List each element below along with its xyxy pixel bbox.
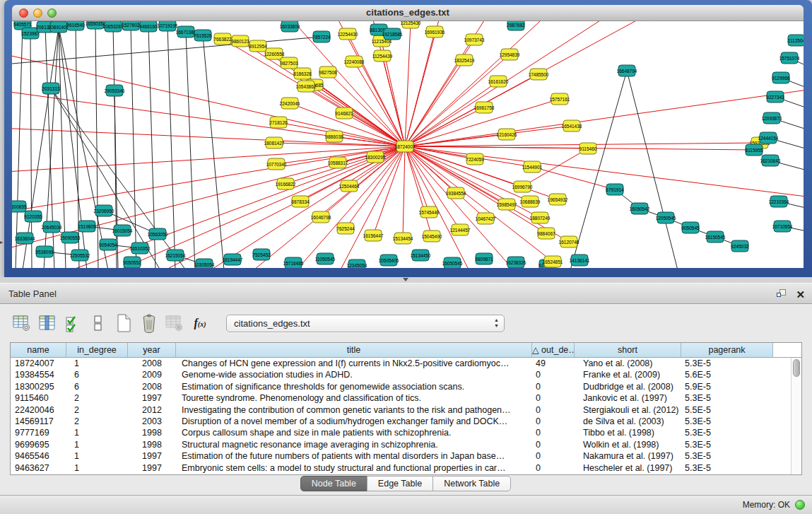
close-panel-icon[interactable]: ✕ bbox=[796, 289, 805, 300]
table-row[interactable]: 911546021997Tourette syndrome. Phenomeno… bbox=[11, 392, 801, 404]
graph-node[interactable]: 10710554 bbox=[772, 221, 793, 232]
graph-node[interactable]: 9245032 bbox=[731, 240, 749, 252]
graph-node[interactable]: 19218586 bbox=[382, 28, 403, 40]
column-header-in_degree[interactable]: in_degree bbox=[66, 343, 128, 358]
graph-node[interactable]: 8878334 bbox=[291, 196, 310, 207]
graph-node[interactable]: 12125430 bbox=[401, 21, 421, 28]
graph-node[interactable]: 10467427 bbox=[476, 213, 496, 224]
graph-node[interactable]: 9538099 bbox=[35, 246, 54, 257]
graph-node[interactable]: 16524851 bbox=[543, 256, 563, 267]
cell-name[interactable]: 18300295 bbox=[11, 381, 66, 392]
graph-node[interactable]: 18300295 bbox=[365, 151, 386, 163]
column-header-pagerank[interactable]: pagerank bbox=[681, 343, 773, 358]
graph-node[interactable]: 9054054 bbox=[99, 239, 117, 250]
table-row[interactable]: 1456911722003Disruption of a novel membe… bbox=[11, 416, 801, 427]
table-row[interactable]: 1938455462009Genome-wide association stu… bbox=[11, 369, 801, 380]
table-row[interactable]: 1830029562008Estimation of significance … bbox=[11, 381, 801, 392]
graph-node[interactable]: 9827503 bbox=[280, 57, 298, 69]
cell-out_degree[interactable]: 49 bbox=[532, 358, 575, 369]
graph-node[interactable]: 10653287 bbox=[103, 21, 124, 32]
new-table-icon[interactable] bbox=[113, 313, 134, 334]
graph-node[interactable]: 8912954 bbox=[249, 40, 267, 52]
graph-node[interactable]: 15757161 bbox=[550, 93, 570, 105]
graph-node[interactable]: 16050542 bbox=[630, 203, 650, 214]
graph-node[interactable]: 12444154 bbox=[758, 132, 779, 144]
cell-year[interactable]: 1997 bbox=[128, 462, 176, 474]
graph-node[interactable]: 12144457 bbox=[450, 224, 471, 235]
graph-node[interactable]: 10770340 bbox=[266, 158, 287, 170]
graph-node[interactable]: 18081427 bbox=[264, 137, 285, 148]
cell-name[interactable]: 14569117 bbox=[11, 416, 66, 427]
cell-title[interactable]: Corpus callosum shape and size in male p… bbox=[176, 427, 532, 438]
graph-node[interactable]: 7615526 bbox=[194, 30, 212, 41]
window-titlebar[interactable]: citations_edges.txt bbox=[12, 5, 804, 21]
graph-node[interactable]: 16015054 bbox=[112, 225, 133, 236]
cell-out_degree[interactable]: 0 bbox=[532, 404, 575, 416]
graph-node[interactable]: 9129966 bbox=[772, 72, 790, 83]
graph-node[interactable]: 9120355 bbox=[24, 211, 42, 222]
graph-node[interactable]: 12160426 bbox=[497, 129, 517, 140]
row-height-icon[interactable] bbox=[88, 313, 109, 334]
cell-year[interactable]: 1998 bbox=[128, 427, 176, 438]
graph-node[interactable]: 16150545 bbox=[705, 231, 726, 243]
graph-node[interactable]: 12210364 bbox=[769, 196, 789, 207]
cell-short[interactable]: Dudbridge et al. (2008) bbox=[575, 381, 681, 392]
cell-title[interactable]: Structural magnetic resonance image aver… bbox=[176, 439, 532, 450]
graph-node[interactable]: 16238326 bbox=[506, 257, 526, 268]
graph-node[interactable]: 1527602 bbox=[122, 21, 140, 30]
column-header-out_degree[interactable]: △ out_de… bbox=[532, 343, 575, 358]
graph-node[interactable]: 19654932 bbox=[548, 194, 568, 205]
graph-node[interactable]: 10305054 bbox=[194, 259, 215, 268]
column-header-title[interactable]: title bbox=[176, 343, 532, 358]
scrollbar-thumb[interactable] bbox=[793, 359, 800, 377]
graph-node[interactable]: 7224059 bbox=[466, 153, 484, 165]
graph-node[interactable]: 16510353 bbox=[130, 243, 151, 254]
cell-year[interactable]: 2008 bbox=[128, 358, 176, 369]
table-selector-dropdown[interactable]: citations_edges.txt ▲▼ bbox=[226, 315, 505, 332]
graph-node[interactable]: 9616540 bbox=[66, 21, 85, 30]
cell-name[interactable]: 9115460 bbox=[11, 392, 66, 404]
cell-out_degree[interactable]: 0 bbox=[532, 462, 575, 474]
minimize-window-button[interactable] bbox=[33, 8, 42, 18]
cell-out_degree[interactable]: 0 bbox=[532, 381, 575, 392]
graph-node[interactable]: 18325419 bbox=[454, 54, 475, 66]
graph-node[interactable]: 7625244 bbox=[336, 223, 355, 234]
cell-name[interactable]: 22420046 bbox=[11, 404, 66, 416]
graph-node[interactable]: 11050545 bbox=[315, 253, 336, 264]
cell-short[interactable]: Hescheler et al. (1997) bbox=[575, 462, 681, 474]
cell-title[interactable]: Disruption of a novel member of a sodium… bbox=[176, 416, 532, 427]
graph-node[interactable]: 16046798 bbox=[311, 211, 331, 223]
cell-year[interactable]: 2003 bbox=[128, 416, 176, 427]
graph-node[interactable]: 15716485 bbox=[283, 257, 304, 268]
graph-node[interactable]: 16541438 bbox=[562, 120, 582, 132]
cell-short[interactable]: Yano et al. (2008) bbox=[575, 358, 681, 369]
cell-out_degree[interactable]: 0 bbox=[532, 439, 575, 450]
graph-node[interactable]: 9886038 bbox=[325, 131, 343, 142]
graph-node[interactable]: 18807249 bbox=[530, 212, 551, 223]
graph-node[interactable]: 16215054 bbox=[165, 250, 186, 261]
graph-node[interactable]: 18724007 bbox=[395, 141, 416, 152]
graph-node[interactable]: 15134454 bbox=[393, 233, 413, 244]
cell-pagerank[interactable]: 5.5E-5 bbox=[681, 404, 773, 416]
graph-node[interactable]: 2718126 bbox=[269, 117, 288, 128]
cell-in_degree[interactable]: 6 bbox=[66, 381, 128, 392]
cell-name[interactable]: 9777169 bbox=[11, 427, 66, 438]
graph-node[interactable]: 16996790 bbox=[512, 181, 533, 192]
cell-short[interactable]: de Silva et al. (2003) bbox=[575, 416, 681, 427]
panel-collapse-arrow-icon[interactable]: ▸ bbox=[0, 239, 3, 245]
cell-in_degree[interactable]: 1 bbox=[66, 358, 128, 369]
cell-title[interactable]: Investigating the contribution of common… bbox=[176, 404, 532, 416]
graph-node[interactable]: 7525452 bbox=[252, 249, 271, 260]
graph-node[interactable]: 19384554 bbox=[446, 187, 466, 199]
graph-node[interactable]: 16120746 bbox=[559, 236, 579, 247]
graph-node[interactable]: 12345054 bbox=[347, 259, 367, 268]
graph-node[interactable]: 10973743 bbox=[464, 34, 485, 45]
graph-node[interactable]: 16961936 bbox=[425, 26, 445, 37]
close-window-button[interactable] bbox=[19, 8, 28, 18]
cell-in_degree[interactable]: 2 bbox=[66, 392, 128, 404]
zoom-window-button[interactable] bbox=[47, 8, 57, 18]
graph-node[interactable]: 14136141 bbox=[570, 255, 590, 266]
cell-pagerank[interactable]: 5.6E-5 bbox=[681, 369, 773, 380]
graph-node[interactable]: 12254430 bbox=[338, 28, 358, 40]
cell-short[interactable]: Tibbo et al. (1998) bbox=[575, 427, 681, 438]
